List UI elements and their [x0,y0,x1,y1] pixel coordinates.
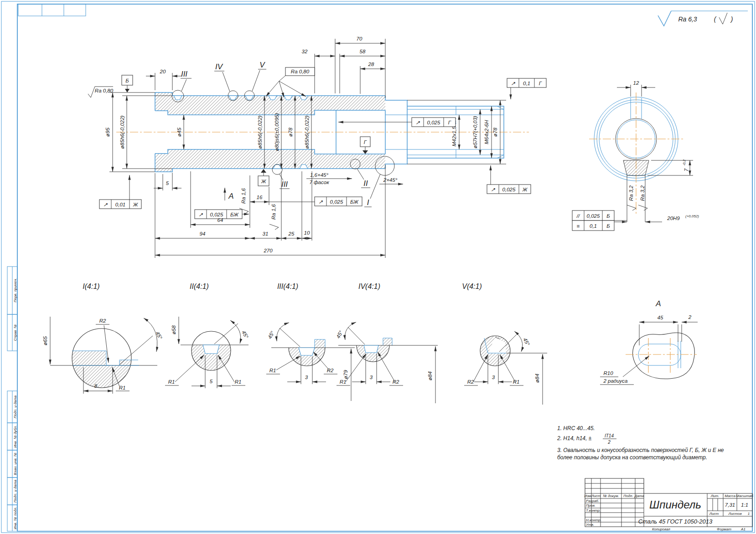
detail-iv-dims: 45° R1 3 R2 ø84 [335,322,435,403]
frame-par-ref: Б [606,213,610,219]
frame5-sym: ↗ [511,81,515,86]
note-2-numerator: IT14 [605,433,614,438]
strip-podp-data-2: Подп. и дата [13,479,17,503]
view-a-arrow-label: А [228,192,233,200]
frame-sym-val: 0,1 [590,223,597,229]
roughness-ra080-callout: Ra 0,80 [266,67,315,98]
detail-ii-dia: ø58 [171,325,176,334]
dim-5: 5 [166,180,169,186]
keyway-width-dim: 20H9 (+0,052) [610,214,699,222]
strip-inv-podl: Инв. № подл. [13,507,17,529]
row-utv: Утв. [585,523,594,527]
detail-iv-dia: ø84 [427,371,433,380]
detail-i: I(4:1) ø65 R2 45° 8 R1 [42,282,163,394]
note-2-prefix: 2. H14, h14, ± [557,435,592,442]
dim-64: 64 [217,217,223,223]
dim-70: 70 [357,36,362,41]
detail-iii-dia: ø79 [343,370,348,379]
title-block-right: Лит. Масса Масштаб 7,31 1:1 Лист Листов … [709,494,753,516]
ra16-a-text: Ra 1,6 [241,188,246,203]
chamfer-2: 2×45° [383,177,398,183]
frame-sym-ref: Б [606,223,610,229]
frame-0-025-zh: ↗ 0,025 Ж [487,165,531,194]
strip-inv-dubl: Инв. № дубл. [13,425,17,447]
detail-i-r1: R1 [119,385,126,390]
dim-d95: ø95 [105,127,110,136]
value-sheets: 1 [748,512,750,516]
dim-31: 31 [263,231,269,236]
frame-0-01-zh: ↗ 0,01 Ж [99,175,141,209]
footer-format-label: Формат [717,527,731,531]
label-sheets: Листов [728,512,741,516]
ra32-b-text: Ra 3,2 [640,185,645,200]
label-mass: Масса [725,494,735,498]
value-mass: 7,31 [725,502,735,508]
side-strip: Перв. примен. Справ. № Подп. и дата Инв.… [7,267,17,531]
row-nkontr: Н.контр. [586,518,601,522]
dim-12: 12 [633,80,639,86]
frame1-sym: ↗ [103,202,108,207]
detail-iv-title: IV(4:1) [358,282,380,290]
top-dimensions: 20 70 32 58 28 [146,36,385,98]
view-a-dims: 45 2 R10 2 радиуса [600,314,698,385]
detail-v-width: 3 [492,375,495,380]
detail-ii-r1-left: R1 [168,379,175,385]
ra32-a-text: Ra 3,2 [628,185,634,200]
frame-par-val: 0,025 [587,213,600,219]
strip-vzam-inv: Взам. инв. № [13,452,17,475]
detail-i-dia: ø65 [42,336,48,345]
ra16-b-text: Ra 1,6 [271,204,276,219]
footer-copied: Копировал [652,527,670,531]
note-3-line1: 3. Овальность и конусообразность поверхн… [557,447,724,453]
corner-stamp [18,4,86,16]
dim-20: 20 [160,69,166,74]
frame-0-1-g: ↗ 0,1 Г [507,78,546,99]
detail-ii-width: 5 [210,379,213,384]
row-razrab: Разраб. [586,499,599,503]
detail-v-dia: ø84 [534,374,540,383]
label-IV: IV [215,62,223,71]
col-list: Лист [591,494,601,498]
col-doc: № докум. [603,494,619,498]
frame2-val: 0,025 [210,212,223,217]
dim-d85-right: ø85h6(-0,022) [304,115,310,149]
dim-d85-mid: ø85h6(-0,022) [257,115,263,149]
note-2-denominator: 2 [607,440,611,445]
row-tkontr: Т.контр. [586,508,601,513]
end-view: 12 7 -0,2 Ra 3,2 Ra 3,2 20H9 (+0,052) //… [572,80,699,231]
bottom-dimensions: 5 16 64 94 31 25 10 270 [154,165,385,258]
detail-v-angle: 45° [522,337,531,347]
end-view-frames: // 0,025 Б ≡ 0,1 Б [572,211,627,231]
frame3-sym: ↗ [318,199,323,205]
title-block: Изм. Лист № докум. Подп. Дата Разраб. Пр… [584,478,753,531]
detail-iii-r1: R1 [269,368,276,373]
dim-d57: ø57H7(+0,03) [472,116,478,148]
detail-iii-title: III(4:1) [277,282,298,290]
detail-i-title: I(4:1) [83,282,99,290]
chamfer-callouts: 1,6×45° 7 фасок 2×45° [306,172,403,185]
view-a-r10: R10 [603,370,613,376]
detail-iv-angle: 45° [335,329,344,339]
dim-270: 270 [263,248,273,253]
section-callout-labels: III IV V III II I [181,61,380,207]
detail-ii-angle: 45° [241,330,249,339]
label-V: V [259,61,265,69]
general-roughness-value: Ra 6,3 [678,15,697,23]
label-II: II [363,179,368,188]
frame3-ref: БЖ [350,199,359,205]
roughness-ra080-left: Ra 0,80 [88,87,114,98]
label-lit: Лит. [710,494,720,498]
frame6-val: 0,025 [502,187,516,192]
dim-32: 32 [302,49,308,54]
chamfer-7-line2: 7 фасок [309,180,329,185]
detail-iv-r1: R1 [340,379,347,385]
dim-m64: M64x2-6H [484,120,489,144]
detail-iii-angle: 45° [267,330,275,339]
dim-d78-right: ø78 [492,127,498,136]
frame4-val: 0,025 [427,120,440,125]
dim-25: 25 [288,231,295,236]
drawing-sheet: Ra 6,3 ( ) III IV [0,0,756,534]
note-3-line2: более половины допуска на соответствующи… [557,454,707,461]
ra080-callout-text: Ra 0,80 [291,69,310,74]
detail-v-r2: R2 [467,379,474,385]
